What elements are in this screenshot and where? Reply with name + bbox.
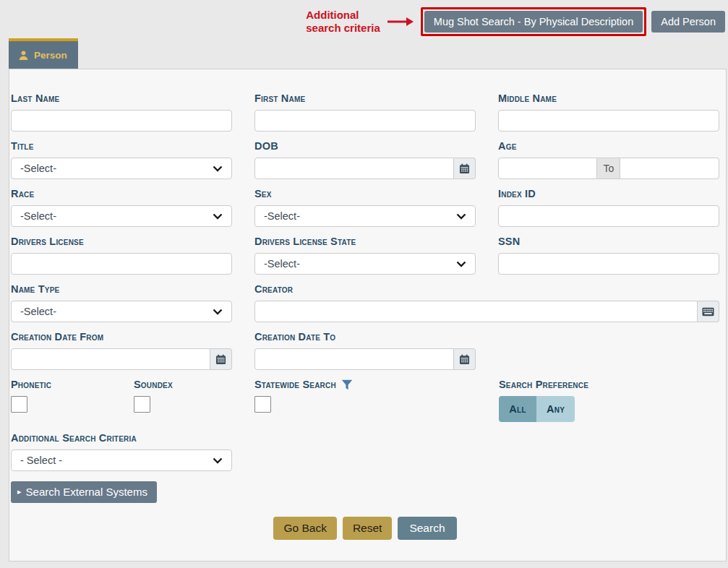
phonetic-checkbox[interactable] xyxy=(11,396,27,413)
name-type-select[interactable]: -Select- xyxy=(11,301,232,322)
chevron-down-icon xyxy=(456,213,466,220)
search-button[interactable]: Search xyxy=(398,517,456,540)
age-from-input[interactable] xyxy=(498,158,597,179)
field-index-id: Index ID xyxy=(498,188,719,227)
add-person-button[interactable]: Add Person xyxy=(651,11,725,33)
chevron-down-icon xyxy=(456,261,466,267)
name-type-label: Name Type xyxy=(11,283,232,295)
creator-keyboard-button[interactable] xyxy=(698,301,719,322)
title-select[interactable]: -Select- xyxy=(11,158,232,179)
title-select-value: -Select- xyxy=(20,163,56,174)
chevron-down-icon xyxy=(213,213,223,220)
filter-funnel-icon[interactable] xyxy=(341,379,353,390)
search-preference-any-button[interactable]: Any xyxy=(536,396,575,422)
search-preference-toggle: All Any xyxy=(499,396,575,422)
sex-label: Sex xyxy=(254,188,476,199)
middle-name-label: Middle Name xyxy=(498,92,719,104)
calendar-icon xyxy=(215,354,226,365)
drivers-license-input[interactable] xyxy=(11,253,232,275)
top-bar: Additional search criteria Mug Shot Sear… xyxy=(0,0,728,38)
age-range-group: To xyxy=(498,158,719,179)
drivers-license-state-label: Drivers License State xyxy=(254,236,476,247)
age-to-input[interactable] xyxy=(620,158,719,179)
field-first-name: First Name xyxy=(254,92,476,132)
field-soundex: Soundex xyxy=(134,379,254,422)
field-race: Race -Select- xyxy=(11,188,232,227)
drivers-license-label: Drivers License xyxy=(11,236,232,247)
additional-search-criteria-label: Additional Search Criteria xyxy=(11,432,232,444)
field-creation-date-to: Creation Date To xyxy=(254,331,476,370)
row-title-dob-age: Title -Select- DOB xyxy=(11,140,719,179)
field-last-name: Last Name xyxy=(11,92,232,132)
chevron-down-icon xyxy=(213,165,223,172)
sex-select-value: -Select- xyxy=(264,210,300,222)
last-name-input[interactable] xyxy=(11,110,232,132)
race-select[interactable]: -Select- xyxy=(11,205,232,227)
row-creation-dates: Creation Date From xyxy=(11,331,719,370)
field-title: Title -Select- xyxy=(11,140,232,179)
field-dob: DOB xyxy=(254,140,476,179)
annotation-arrow-icon xyxy=(387,17,414,27)
field-name-type: Name Type -Select- xyxy=(11,283,232,322)
footer-buttons: Go Back Reset Search xyxy=(11,517,719,540)
creation-date-to-group xyxy=(254,348,476,370)
chevron-down-icon xyxy=(213,309,223,315)
annotation-text: Additional search criteria xyxy=(306,9,380,34)
creation-date-to-input[interactable] xyxy=(254,348,454,370)
statewide-search-label: Statewide Search xyxy=(254,379,336,390)
calendar-icon xyxy=(459,354,470,365)
dob-input[interactable] xyxy=(254,158,454,179)
field-creation-date-from: Creation Date From xyxy=(11,331,232,370)
search-preference-label: Search Preference xyxy=(499,379,719,390)
phonetic-label: Phonetic xyxy=(11,379,134,390)
search-external-systems-button[interactable]: ▸ Search External Systems xyxy=(11,481,157,503)
field-additional-search-criteria: Additional Search Criteria - Select - xyxy=(11,432,232,471)
field-ssn: SSN xyxy=(498,236,719,275)
title-label: Title xyxy=(11,140,232,152)
creation-date-to-calendar-button[interactable] xyxy=(454,348,476,370)
field-drivers-license-state: Drivers License State -Select- xyxy=(254,236,476,275)
drivers-license-state-select[interactable]: -Select- xyxy=(254,253,476,275)
drivers-license-state-select-value: -Select- xyxy=(264,258,300,270)
row-license-ssn: Drivers License Drivers License State -S… xyxy=(11,236,719,275)
additional-search-criteria-select-value: - Select - xyxy=(20,455,62,466)
age-label: Age xyxy=(498,140,719,152)
ssn-label: SSN xyxy=(498,236,719,247)
mugshot-search-button[interactable]: Mug Shot Search - By Physical Descriptio… xyxy=(424,11,643,33)
creator-input[interactable] xyxy=(254,301,698,322)
tab-row: Person xyxy=(9,38,728,69)
field-sex: Sex -Select- xyxy=(254,188,476,227)
additional-search-criteria-select[interactable]: - Select - xyxy=(11,449,232,471)
mugshot-search-screen: Additional search criteria Mug Shot Sear… xyxy=(0,0,728,568)
creation-date-from-input[interactable] xyxy=(11,348,210,370)
row-additional-criteria: Additional Search Criteria - Select - xyxy=(11,432,719,471)
reset-button[interactable]: Reset xyxy=(343,517,393,540)
ssn-input[interactable] xyxy=(498,253,719,275)
keyboard-icon xyxy=(702,307,714,317)
creation-date-to-label: Creation Date To xyxy=(254,331,476,343)
search-preference-all-button[interactable]: All xyxy=(499,396,536,422)
search-form-panel: Last Name First Name Middle Name Title -… xyxy=(9,69,727,561)
index-id-input[interactable] xyxy=(498,205,719,227)
soundex-checkbox[interactable] xyxy=(134,396,150,413)
creation-date-from-calendar-button[interactable] xyxy=(210,348,232,370)
statewide-search-label-wrap: Statewide Search xyxy=(254,379,499,390)
tab-person[interactable]: Person xyxy=(9,38,78,69)
expand-triangle-icon: ▸ xyxy=(17,488,22,496)
field-creator: Creator xyxy=(254,283,719,322)
sex-select[interactable]: -Select- xyxy=(254,205,476,227)
middle-name-input[interactable] xyxy=(498,110,719,132)
row-race-sex-index: Race -Select- Sex -Select- Index ID xyxy=(11,188,719,227)
first-name-input[interactable] xyxy=(254,110,476,132)
go-back-button[interactable]: Go Back xyxy=(273,517,336,540)
creator-input-group xyxy=(254,301,719,322)
creator-label: Creator xyxy=(254,283,719,295)
race-select-value: -Select- xyxy=(20,210,56,222)
spacer xyxy=(498,331,719,370)
creation-date-from-group xyxy=(11,348,232,370)
first-name-label: First Name xyxy=(254,92,476,104)
row-names: Last Name First Name Middle Name xyxy=(11,92,719,132)
field-phonetic: Phonetic xyxy=(11,379,134,422)
dob-calendar-button[interactable] xyxy=(454,158,476,179)
statewide-search-checkbox[interactable] xyxy=(254,396,271,413)
